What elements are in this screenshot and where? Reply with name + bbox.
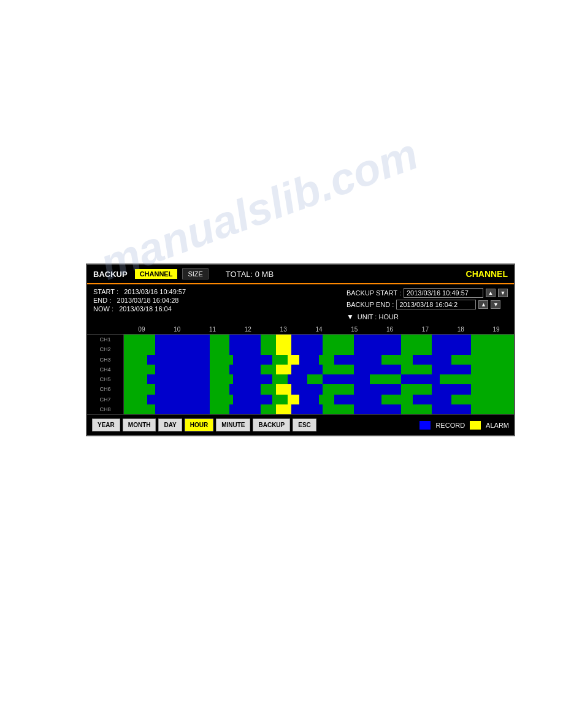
timeline-segment — [261, 344, 276, 354]
ch-timeline-7[interactable] — [124, 395, 514, 404]
timeline-segment — [272, 355, 288, 365]
channel-row: CH1 — [87, 335, 514, 344]
timeline-segment — [354, 344, 400, 354]
timeline-segment — [354, 335, 400, 344]
ch-label-5: CH5 — [87, 374, 124, 384]
timeline-segment — [210, 344, 229, 354]
timeline-segment — [124, 395, 147, 404]
timeline-segment — [401, 335, 432, 344]
timeline-segment — [276, 335, 291, 344]
timeline-segment — [233, 395, 272, 404]
timeline-segment — [124, 344, 155, 354]
year-button[interactable]: YEAR — [92, 419, 120, 431]
channel-button[interactable]: CHANNEL — [135, 269, 178, 279]
timeline-segment — [432, 404, 471, 414]
timeline-segment — [299, 355, 319, 365]
timeline-segment — [413, 355, 452, 365]
minute-button[interactable]: MINUTE — [216, 419, 250, 431]
ch-timeline-5[interactable] — [124, 374, 514, 384]
start-row: START : 2013/03/16 10:49:57 — [93, 288, 347, 295]
ch-label-4: CH4 — [87, 365, 124, 374]
backup-start-down-btn[interactable]: ▼ — [498, 289, 508, 297]
timeline-segment — [323, 384, 354, 394]
timeline-segment — [155, 344, 210, 354]
timeline-segment — [261, 335, 276, 344]
day-button[interactable]: DAY — [158, 419, 182, 431]
timeline-segment — [210, 404, 229, 414]
backup-end-row: BACKUP END : 2013/03/18 16:04:2 ▲ ▼ — [347, 300, 500, 309]
timeline-segment — [272, 395, 288, 404]
timeline-segment — [233, 355, 272, 365]
timeline-segment — [276, 384, 291, 394]
timeline-container: 09 10 11 12 13 14 15 16 17 18 19 CH1CH2C… — [87, 325, 514, 414]
timeline-segment — [451, 395, 514, 404]
timeline-segment — [440, 374, 514, 384]
info-bar: START : 2013/03/16 10:49:57 END : 2013/0… — [87, 284, 514, 325]
timeline-segment — [291, 344, 323, 354]
timeline-segment — [210, 384, 229, 394]
channel-row: CH3 — [87, 355, 514, 365]
timeline-segment — [432, 335, 471, 344]
ruler-tick-15: 15 — [337, 326, 372, 333]
timeline-segment — [229, 404, 261, 414]
timeline-segment — [432, 365, 471, 374]
timeline-segment — [210, 395, 233, 404]
timeline-segment — [354, 365, 400, 374]
timeline-ruler: 09 10 11 12 13 14 15 16 17 18 19 — [87, 325, 514, 335]
backup-end-field[interactable]: 2013/03/18 16:04:2 — [396, 300, 476, 309]
timeline-segment — [272, 374, 288, 384]
hour-button[interactable]: HOUR — [185, 419, 213, 431]
backup-start-up-btn[interactable]: ▲ — [486, 289, 496, 297]
start-label: START : — [93, 288, 118, 295]
timeline-segment — [319, 395, 334, 404]
unit-triangle-icon: ▼ — [347, 313, 354, 321]
ch-timeline-2[interactable] — [124, 344, 514, 354]
info-right: BACKUP START : 2013/03/16 10:49:57 ▲ ▼ B… — [347, 288, 508, 321]
ch-timeline-3[interactable] — [124, 355, 514, 365]
timeline-segment — [288, 355, 299, 365]
channel-row: CH5 — [87, 374, 514, 384]
ch-timeline-4[interactable] — [124, 365, 514, 374]
timeline-segment — [323, 344, 354, 354]
backup-start-label: BACKUP START : — [347, 289, 401, 297]
backup-end-up-btn[interactable]: ▲ — [478, 300, 488, 309]
timeline-segment — [124, 404, 155, 414]
channel-title: CHANNEL — [466, 269, 508, 279]
esc-button[interactable]: ESC — [293, 419, 316, 431]
timeline-segment — [210, 365, 229, 374]
timeline-segment — [124, 355, 147, 365]
timeline-segment — [413, 395, 452, 404]
timeline-segment — [261, 365, 276, 374]
size-button[interactable]: SIZE — [182, 268, 208, 279]
backup-start-field[interactable]: 2013/03/16 10:49:57 — [404, 288, 483, 298]
ch-label-8: CH8 — [87, 404, 124, 414]
timeline-segment — [155, 335, 210, 344]
total-label: TOTAL: 0 MB — [226, 270, 461, 279]
ruler-tick-12: 12 — [230, 326, 266, 333]
ruler-tick-19: 19 — [478, 326, 514, 333]
timeline-segment — [401, 344, 432, 354]
channel-row: CH4 — [87, 365, 514, 374]
backup-action-button[interactable]: BACKUP — [253, 419, 290, 431]
timeline-segment — [471, 404, 514, 414]
ch-timeline-8[interactable] — [124, 404, 514, 414]
ruler-tick-14: 14 — [301, 326, 337, 333]
timeline-segment — [299, 395, 319, 404]
timeline-segment — [291, 335, 323, 344]
timeline-segment — [210, 355, 233, 365]
end-row: END : 2013/03/18 16:04:28 — [93, 297, 347, 304]
record-legend-label: RECORD — [435, 422, 465, 429]
alarm-legend-label: ALARM — [486, 422, 509, 429]
alarm-legend-box — [470, 421, 481, 430]
timeline-segment — [471, 335, 514, 344]
ch-timeline-6[interactable] — [124, 384, 514, 394]
timeline-segment — [401, 374, 440, 384]
backup-end-down-btn[interactable]: ▼ — [491, 300, 500, 309]
ch-label-1: CH1 — [87, 335, 124, 344]
month-button[interactable]: MONTH — [123, 419, 156, 431]
channel-row: CH7 — [87, 395, 514, 404]
ch-label-7: CH7 — [87, 395, 124, 404]
button-bar: YEAR MONTH DAY HOUR MINUTE BACKUP ESC RE… — [87, 414, 514, 435]
timeline-segment — [229, 365, 261, 374]
ch-timeline-1[interactable] — [124, 335, 514, 344]
